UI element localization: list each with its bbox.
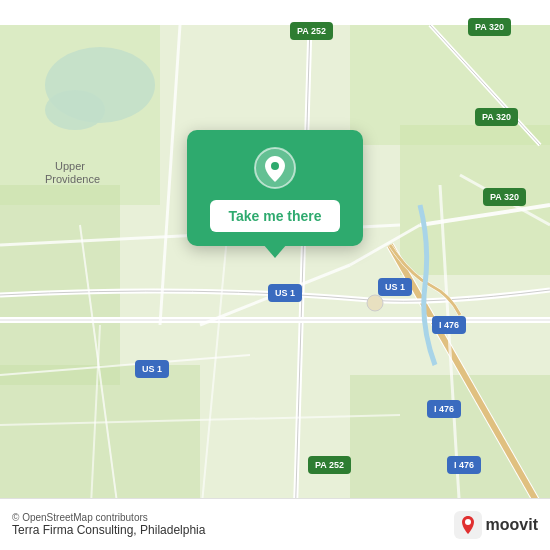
road-badge-pa252-bottom: PA 252: [308, 456, 351, 474]
road-badge-pa320-mid: PA 320: [475, 108, 518, 126]
svg-rect-6: [400, 125, 550, 275]
road-badge-us1-lower: US 1: [135, 360, 169, 378]
road-badge-us1-right: US 1: [378, 278, 412, 296]
svg-text:Providence: Providence: [45, 173, 100, 185]
svg-text:Upper: Upper: [55, 160, 85, 172]
svg-point-35: [465, 519, 471, 525]
location-label: Terra Firma Consulting, Philadelphia: [12, 523, 205, 537]
moovit-logo-icon: [454, 511, 482, 539]
map-attribution: © OpenStreetMap contributors: [12, 512, 205, 523]
road-badge-i476-bottom: I 476: [447, 456, 481, 474]
take-me-there-button[interactable]: Take me there: [210, 200, 339, 232]
road-badge-pa320-top: PA 320: [468, 18, 511, 36]
moovit-brand-text: moovit: [486, 516, 538, 534]
road-badge-pa320-lower: PA 320: [483, 188, 526, 206]
bottom-bar: © OpenStreetMap contributors Terra Firma…: [0, 498, 550, 550]
svg-point-33: [271, 162, 279, 170]
road-badge-i476-mid: I 476: [432, 316, 466, 334]
road-badge-us1-center: US 1: [268, 284, 302, 302]
location-pin-icon: [253, 146, 297, 190]
svg-rect-4: [0, 185, 120, 385]
svg-point-26: [367, 295, 383, 311]
moovit-logo: moovit: [454, 511, 538, 539]
map-container: Upper Providence: [0, 0, 550, 550]
location-popup: Take me there: [187, 130, 363, 246]
road-badge-i476-lower: I 476: [427, 400, 461, 418]
road-badge-pa252-top: PA 252: [290, 22, 333, 40]
